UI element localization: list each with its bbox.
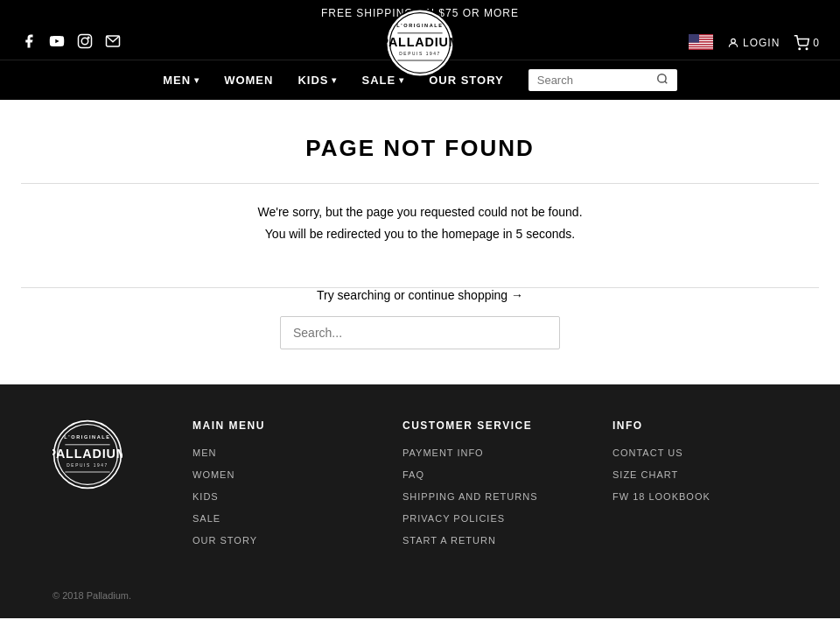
svg-rect-23 (689, 48, 713, 49)
nav-kids-label: KIDS (298, 74, 328, 87)
footer-customer-service-list: PAYMENT INFO FAQ SHIPPING AND RETURNS PR… (402, 446, 578, 546)
svg-rect-0 (79, 35, 92, 48)
main-search-input[interactable] (280, 316, 560, 349)
footer-faq-link[interactable]: FAQ (402, 469, 424, 480)
footer: L'ORIGINALE PALLADIUM DEPUIS 1947 MAIN M… (0, 384, 840, 618)
footer-shipping-returns-link[interactable]: SHIPPING AND RETURNS (402, 491, 537, 502)
svg-rect-18 (689, 42, 713, 43)
nav-women-label: WOMEN (224, 74, 273, 87)
svg-point-25 (732, 39, 736, 43)
svg-text:L'ORIGINALE: L'ORIGINALE (64, 435, 110, 440)
svg-rect-24 (689, 34, 699, 43)
footer-men-link[interactable]: MEN (192, 447, 216, 458)
error-text: We're sorry, but the page you requested … (257, 201, 582, 245)
footer-contact-us-link[interactable]: CONTACT US (612, 447, 683, 458)
palladium-logo[interactable]: L'ORIGINALE PALLADIUM DEPUIS 1947 (385, 8, 455, 78)
footer-women-link[interactable]: WOMEN (192, 469, 234, 480)
footer-info-list: CONTACT US SIZE CHART FW 18 LOOKBOOK (612, 446, 788, 503)
footer-bottom: © 2018 Palladium. (0, 581, 840, 618)
footer-info: INFO CONTACT US SIZE CHART FW 18 LOOKBOO… (612, 419, 788, 511)
footer-main-menu-list: MEN WOMEN KIDS SALE OUR STORY (192, 446, 368, 546)
footer-privacy-policies-link[interactable]: PRIVACY POLICIES (402, 513, 505, 524)
footer-size-chart-link[interactable]: SIZE CHART (612, 469, 678, 480)
list-item: PAYMENT INFO (402, 446, 578, 459)
login-label: LOGIN (743, 37, 780, 49)
svg-point-1 (81, 38, 88, 45)
header-right: LOGIN 0 (689, 34, 819, 53)
footer-sale-link[interactable]: SALE (192, 513, 220, 524)
cart-count: 0 (813, 37, 819, 49)
svg-point-2 (88, 37, 89, 39)
nav-women[interactable]: WOMEN (224, 74, 273, 87)
footer-content: L'ORIGINALE PALLADIUM DEPUIS 1947 MAIN M… (0, 384, 840, 581)
list-item: OUR STORY (192, 533, 368, 546)
svg-point-26 (799, 48, 801, 50)
footer-lookbook-link[interactable]: FW 18 LOOKBOOK (612, 491, 710, 502)
cart-link[interactable]: 0 (794, 35, 819, 51)
social-icons (21, 33, 121, 53)
nav-men-label: MEN (163, 74, 191, 87)
logo-container[interactable]: L'ORIGINALE PALLADIUM DEPUIS 1947 (385, 8, 455, 78)
error-line1: We're sorry, but the page you requested … (257, 201, 582, 223)
list-item: MEN (192, 446, 368, 459)
men-chevron-icon: ▾ (194, 75, 200, 85)
svg-text:DEPUIS 1947: DEPUIS 1947 (399, 52, 440, 56)
svg-rect-19 (689, 44, 713, 45)
list-item: SALE (192, 511, 368, 525)
instagram-icon[interactable] (77, 33, 93, 53)
svg-point-28 (657, 74, 665, 82)
svg-rect-20 (689, 45, 713, 46)
main-content: PAGE NOT FOUND We're sorry, but the page… (0, 100, 840, 384)
youtube-icon[interactable] (49, 33, 65, 53)
page-title: PAGE NOT FOUND (305, 135, 535, 162)
list-item: FAQ (402, 468, 578, 481)
svg-text:DEPUIS 1947: DEPUIS 1947 (66, 464, 108, 468)
svg-text:PALLADIUM: PALLADIUM (52, 447, 122, 461)
svg-text:PALLADIUM: PALLADIUM (385, 35, 455, 49)
footer-main-menu-title: MAIN MENU (192, 419, 368, 432)
footer-logo-container: L'ORIGINALE PALLADIUM DEPUIS 1947 (52, 419, 158, 490)
try-searching-text: Try searching or continue shopping → (317, 288, 523, 302)
kids-chevron-icon: ▾ (332, 75, 337, 85)
try-searching-label: Try searching or continue shopping → (317, 288, 523, 302)
footer-kids-link[interactable]: KIDS (192, 491, 219, 502)
header: L'ORIGINALE PALLADIUM DEPUIS 1947 (0, 26, 840, 60)
email-icon[interactable] (105, 33, 121, 53)
footer-our-story-link[interactable]: OUR STORY (192, 535, 257, 546)
svg-line-29 (664, 81, 667, 84)
copyright-text: © 2018 Palladium. (52, 590, 131, 601)
svg-text:L'ORIGINALE: L'ORIGINALE (396, 23, 443, 28)
top-divider (21, 183, 819, 184)
footer-main-menu: MAIN MENU MEN WOMEN KIDS SALE OUR STORY (192, 419, 368, 555)
list-item: PRIVACY POLICIES (402, 511, 578, 525)
list-item: CONTACT US (612, 446, 788, 459)
footer-payment-info-link[interactable]: PAYMENT INFO (402, 447, 484, 458)
footer-customer-service: CUSTOMER SERVICE PAYMENT INFO FAQ SHIPPI… (402, 419, 578, 555)
list-item: KIDS (192, 490, 368, 503)
facebook-icon[interactable] (21, 33, 37, 53)
svg-point-27 (807, 48, 808, 50)
svg-rect-22 (689, 47, 713, 48)
nav-search-button[interactable] (656, 73, 668, 88)
error-line2: You will be redirected you to the homepa… (257, 223, 582, 245)
list-item: SIZE CHART (612, 468, 788, 481)
footer-customer-service-title: CUSTOMER SERVICE (402, 419, 578, 432)
list-item: WOMEN (192, 468, 368, 481)
svg-rect-21 (689, 46, 713, 46)
footer-info-title: INFO (612, 419, 788, 432)
list-item: START A RETURN (402, 533, 578, 546)
nav-men[interactable]: MEN ▾ (163, 74, 200, 87)
nav-search-input[interactable] (537, 74, 651, 87)
footer-start-return-link[interactable]: START A RETURN (402, 535, 496, 546)
flag-icon[interactable] (689, 34, 713, 53)
login-link[interactable]: LOGIN (727, 37, 780, 49)
list-item: FW 18 LOOKBOOK (612, 490, 788, 503)
list-item: SHIPPING AND RETURNS (402, 490, 578, 503)
nav-search-box (528, 69, 677, 91)
nav-kids[interactable]: KIDS ▾ (298, 74, 337, 87)
footer-logo: L'ORIGINALE PALLADIUM DEPUIS 1947 (52, 419, 122, 490)
